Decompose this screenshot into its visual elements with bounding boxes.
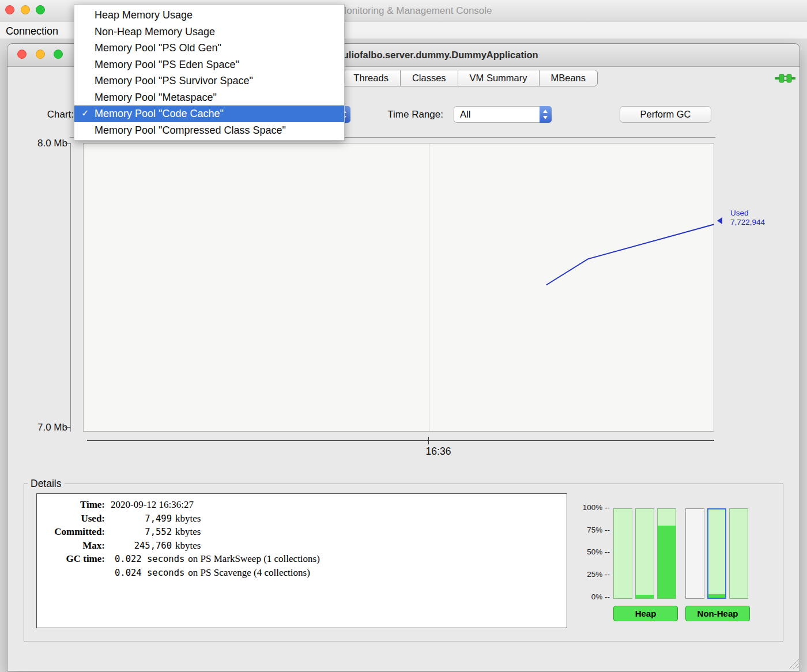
memory-usage-chart [83, 143, 714, 432]
used-memory-line [84, 144, 715, 432]
tab-threads[interactable]: Threads [341, 70, 401, 86]
checkmark-icon: ✓ [81, 105, 93, 122]
gauge-fill [658, 526, 676, 598]
gauge-scale-25: 25% -- [564, 570, 610, 579]
gauge-bar[interactable] [613, 508, 632, 599]
x-axis-tick-label: 16:36 [411, 446, 466, 458]
gauge-fill [708, 594, 725, 598]
x-axis [87, 440, 714, 441]
gauge-bar[interactable] [657, 508, 676, 599]
series-pointer-arrow-icon [717, 217, 722, 224]
gauge-scale-0: 0% -- [564, 592, 610, 601]
details-legend: Details [28, 478, 65, 490]
detail-row-time: Time:2020-09-12 16:36:27 [37, 498, 567, 512]
time-range-select[interactable]: All [454, 106, 552, 123]
tab-mbeans[interactable]: MBeans [539, 70, 598, 86]
nonheap-gauge-button[interactable]: Non-Heap [685, 606, 750, 621]
detail-row-gc-time-1: GC time:0.022 secondson PS MarkSweep (1 … [37, 552, 567, 566]
gauge-bar[interactable] [707, 508, 726, 599]
perform-gc-button[interactable]: Perform GC [620, 106, 711, 123]
menu-item-ps-survivor-space[interactable]: Memory Pool "PS Survivor Space" [74, 73, 344, 89]
connection-status-plug-icon[interactable] [774, 73, 796, 84]
y-axis-tick [65, 144, 70, 144]
gauge-bar[interactable] [729, 508, 748, 599]
heap-gauge-button[interactable]: Heap [613, 606, 678, 621]
chart-select-label: Chart: [7, 109, 74, 120]
series-annotation-name: Used [730, 209, 765, 218]
chart-select-open-menu: Heap Memory Usage Non-Heap Memory Usage … [74, 4, 345, 141]
menu-item-code-cache[interactable]: ✓Memory Pool "Code Cache" [74, 105, 344, 122]
gauge-fill [636, 595, 654, 598]
time-range-label: Time Range: [353, 109, 443, 120]
details-panel: Time:2020-09-12 16:36:27 Used:7,499kbyte… [36, 493, 567, 628]
tab-vm-summary[interactable]: VM Summary [458, 70, 540, 86]
resize-grip[interactable] [789, 658, 799, 669]
combo-stepper-icon[interactable] [540, 106, 552, 123]
menu-item-nonheap-memory-usage[interactable]: Non-Heap Memory Usage [74, 24, 344, 40]
time-range-value: All [460, 109, 536, 120]
gauge-scale-75: 75% -- [564, 526, 610, 534]
series-annotation-value: 7,722,944 [730, 218, 765, 227]
gauge-scale-50: 50% -- [564, 548, 610, 556]
detail-row-used: Used:7,499kbytes [37, 512, 567, 526]
x-axis-tick [428, 437, 429, 444]
gauge-bar[interactable] [635, 508, 654, 599]
detail-row-max: Max:245,760kbytes [37, 539, 567, 553]
menu-item-ps-eden-space[interactable]: Memory Pool "PS Eden Space" [74, 56, 344, 73]
menu-item-heap-memory-usage[interactable]: Heap Memory Usage [74, 7, 344, 24]
y-axis-tick [65, 427, 70, 428]
tab-classes[interactable]: Classes [400, 70, 458, 86]
gauge-bar[interactable] [685, 508, 704, 599]
detail-row-committed: Committed:7,552kbytes [37, 525, 567, 539]
gauge-scale-100: 100% -- [564, 503, 610, 512]
menu-connection[interactable]: Connection [6, 23, 58, 39]
menu-item-ps-old-gen[interactable]: Memory Pool "PS Old Gen" [74, 40, 344, 56]
y-axis-label-bottom: 7.0 Mb [27, 422, 67, 433]
y-axis [70, 143, 71, 432]
series-annotation: Used 7,722,944 [730, 209, 765, 227]
menu-item-compressed-class-space[interactable]: Memory Pool "Compressed Class Space" [74, 122, 344, 139]
detail-row-gc-time-2: 0.024 secondson PS Scavenge (4 collectio… [37, 566, 567, 580]
y-axis-label-top: 8.0 Mb [27, 138, 67, 149]
menu-item-metaspace[interactable]: Memory Pool "Metaspace" [74, 89, 344, 106]
